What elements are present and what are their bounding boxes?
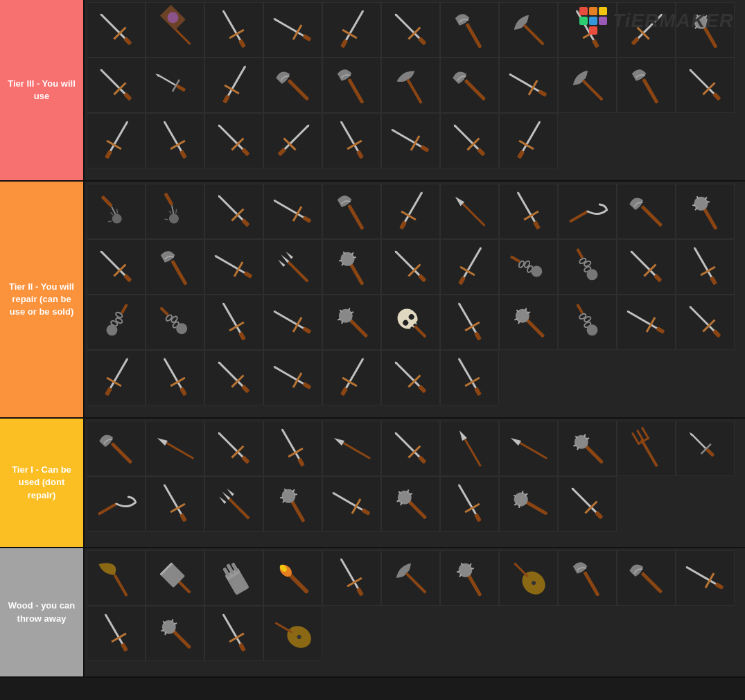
svg-line-236	[690, 308, 715, 332]
weapon-icon	[323, 3, 380, 57]
tier-row-1: Tier I - Can be used (dont repair)	[0, 419, 745, 548]
weapon-cell-0-20	[617, 58, 676, 113]
tier-1-content	[83, 419, 745, 547]
weapon-icon	[146, 351, 204, 405]
weapon-cell-1-10	[676, 184, 735, 239]
weapon-icon	[617, 240, 675, 294]
svg-point-337	[511, 490, 530, 509]
weapon-icon	[617, 551, 675, 605]
weapon-icon	[559, 551, 616, 605]
svg-rect-171	[576, 248, 584, 259]
svg-rect-45	[159, 75, 177, 87]
svg-line-9	[229, 30, 244, 38]
svg-line-96	[519, 141, 534, 149]
weapon-cell-3-12	[146, 606, 204, 661]
weapon-cell-0-6	[440, 2, 499, 58]
weapon-cell-1-21	[676, 239, 735, 295]
weapon-cell-0-16	[381, 58, 440, 113]
weapon-cell-3-11	[87, 606, 146, 661]
weapon-icon	[676, 551, 734, 605]
svg-rect-69	[104, 150, 112, 159]
weapon-icon	[264, 184, 322, 238]
svg-line-271	[219, 434, 243, 458]
weapon-cell-2-2	[204, 421, 263, 476]
weapon-icon	[617, 58, 675, 112]
weapon-cell-1-38	[381, 350, 440, 405]
weapon-cell-3-2	[204, 550, 263, 606]
weapon-cell-0-11	[87, 58, 146, 113]
svg-rect-279	[342, 442, 370, 460]
weapon-icon	[441, 58, 498, 112]
weapon-cell-0-28	[440, 113, 499, 168]
svg-rect-61	[642, 78, 658, 104]
weapon-cell-2-8	[558, 421, 617, 476]
svg-marker-312	[218, 496, 226, 504]
weapon-icon	[500, 295, 557, 349]
svg-line-294	[576, 447, 579, 450]
weapon-cell-2-18	[499, 476, 558, 532]
weapon-cell-1-4	[322, 184, 381, 239]
weapon-cell-1-0	[87, 184, 146, 239]
logo-cell-4	[579, 17, 588, 25]
tier-rows: Tier III - You will use	[0, 0, 745, 678]
svg-line-116	[293, 207, 301, 221]
weapon-cell-1-2	[204, 184, 263, 239]
svg-rect-130	[640, 205, 663, 227]
weapon-icon	[323, 295, 380, 349]
svg-line-281	[396, 434, 420, 458]
svg-rect-314	[290, 500, 305, 523]
svg-point-315	[279, 487, 297, 505]
svg-line-277	[288, 448, 303, 457]
svg-rect-184	[120, 304, 128, 314]
svg-rect-32	[631, 37, 640, 46]
svg-line-266	[465, 378, 480, 386]
weapon-cell-2-14	[263, 476, 322, 532]
svg-line-107	[169, 211, 171, 213]
weapon-icon	[146, 58, 204, 112]
weapon-cell-0-15	[322, 58, 381, 113]
tier-list-container: TiERMAKER Tier III - You will use	[0, 0, 745, 678]
weapon-cell-0-3	[263, 2, 322, 58]
svg-line-393	[229, 633, 244, 642]
weapon-icon	[205, 184, 263, 238]
svg-marker-149	[277, 259, 285, 267]
weapon-cell-2-19	[558, 476, 617, 532]
svg-point-132	[691, 194, 710, 213]
svg-rect-98	[100, 195, 113, 208]
tiermaker-title: TiERMAKER	[613, 10, 734, 32]
svg-rect-243	[104, 387, 112, 396]
weapon-icon	[264, 58, 322, 112]
weapon-icon	[146, 295, 204, 349]
svg-rect-325	[407, 500, 427, 519]
weapon-cell-1-35	[204, 350, 263, 405]
weapon-icon	[205, 477, 263, 531]
svg-line-121	[401, 211, 416, 220]
weapon-icon	[382, 421, 439, 475]
weapon-icon	[559, 421, 616, 475]
weapon-cell-1-18	[499, 239, 558, 295]
weapon-icon	[323, 240, 380, 294]
weapon-cell-0-13	[204, 58, 263, 113]
weapon-cell-3-7	[499, 550, 558, 606]
weapon-cell-0-29	[499, 113, 558, 168]
weapon-cell-2-4	[322, 421, 381, 476]
svg-line-334	[465, 504, 480, 512]
weapon-cell-3-9	[617, 550, 676, 606]
svg-line-101	[110, 212, 113, 215]
svg-line-254	[293, 373, 301, 387]
weapon-icon	[264, 351, 322, 405]
weapon-icon	[676, 240, 734, 294]
weapon-icon	[500, 240, 557, 294]
weapon-icon	[87, 551, 145, 605]
weapon-cell-1-28	[440, 295, 499, 350]
weapon-cell-1-9	[617, 184, 676, 239]
weapon-icon	[205, 551, 263, 605]
svg-rect-189	[159, 306, 168, 315]
weapon-cell-0-1	[146, 2, 204, 58]
weapon-cell-3-1	[146, 550, 204, 606]
svg-marker-148	[279, 254, 288, 263]
svg-rect-118	[347, 204, 364, 230]
svg-line-40	[101, 71, 125, 95]
weapon-cell-1-6	[440, 184, 499, 239]
weapon-icon	[676, 295, 734, 349]
